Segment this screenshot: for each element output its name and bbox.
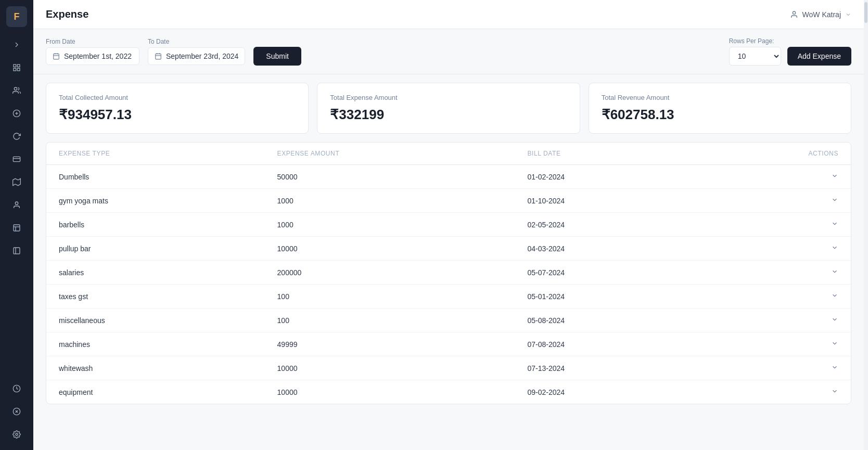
rows-per-page-label: Rows Per Page: (729, 37, 781, 45)
app-logo[interactable]: F (6, 6, 27, 27)
user-menu[interactable]: WoW Katraj (790, 10, 851, 19)
cell-date: 07-13-2024 (515, 356, 693, 380)
table-row: miscellaneous 100 05-08-2024 (46, 308, 851, 332)
svg-rect-15 (14, 248, 20, 254)
cell-date: 05-07-2024 (515, 261, 693, 285)
cell-amount: 100 (265, 308, 515, 332)
table-row: equipment 10000 09-02-2024 (46, 380, 851, 404)
cell-actions (693, 332, 851, 356)
row-expand-button[interactable] (831, 220, 838, 229)
cell-date: 04-03-2024 (515, 237, 693, 261)
chevron-down-icon (831, 268, 838, 275)
cell-date: 01-02-2024 (515, 165, 693, 189)
filter-bar: From Date September 1st, 2022 To Date Se… (33, 29, 864, 74)
cell-type: machines (46, 332, 265, 356)
from-date-input[interactable]: September 1st, 2022 (46, 47, 139, 65)
sidebar-item-finance[interactable] (7, 104, 26, 123)
table-row: machines 49999 07-08-2024 (46, 332, 851, 356)
col-header-type: Expense Type (46, 143, 265, 165)
sidebar-item-settings[interactable] (7, 425, 26, 444)
to-date-label: To Date (148, 38, 245, 45)
page-scrollbar[interactable] (864, 0, 868, 450)
cell-amount: 10000 (265, 356, 515, 380)
svg-rect-3 (14, 68, 16, 71)
cell-type: taxes gst (46, 285, 265, 308)
to-date-input[interactable]: September 23rd, 2024 (148, 47, 245, 65)
table-row: whitewash 10000 07-13-2024 (46, 356, 851, 380)
rows-per-page-select[interactable]: 10 25 50 (729, 47, 781, 66)
cell-date: 05-08-2024 (515, 308, 693, 332)
cell-type: salaries (46, 261, 265, 285)
cell-amount: 50000 (265, 165, 515, 189)
row-expand-button[interactable] (831, 316, 838, 325)
card-collected: Total Collected Amount ₹934957.13 (46, 83, 309, 134)
svg-rect-8 (13, 157, 20, 161)
row-expand-button[interactable] (831, 244, 838, 253)
cell-amount: 10000 (265, 380, 515, 404)
sidebar-item-members[interactable] (7, 81, 26, 100)
cell-date: 07-08-2024 (515, 332, 693, 356)
cell-type: equipment (46, 380, 265, 404)
sidebar-item-cards[interactable] (7, 150, 26, 169)
expense-label: Total Expense Amount (330, 94, 567, 101)
cell-amount: 200000 (265, 261, 515, 285)
collected-value: ₹934957.13 (59, 107, 296, 123)
sidebar-item-refresh[interactable] (7, 127, 26, 146)
cell-actions (693, 308, 851, 332)
submit-button[interactable]: Submit (253, 47, 301, 66)
sidebar-item-packages[interactable] (7, 173, 26, 191)
table-row: barbells 1000 02-05-2024 (46, 213, 851, 237)
table-area: Expense Type Expense Amount Bill Date Ac… (33, 142, 864, 450)
chevron-down-icon (831, 316, 838, 323)
svg-rect-1 (17, 65, 20, 67)
svg-rect-12 (14, 225, 20, 231)
chevron-down-icon (831, 292, 838, 299)
rows-per-page-group: Rows Per Page: 10 25 50 (729, 37, 781, 66)
chevron-down-icon (831, 220, 838, 227)
add-expense-button[interactable]: Add Expense (787, 47, 851, 66)
sidebar-item-notes[interactable] (7, 218, 26, 237)
collected-label: Total Collected Amount (59, 94, 296, 101)
sidebar-item-staff[interactable] (7, 196, 26, 214)
chevron-down-icon (831, 364, 838, 371)
chevron-down-icon (831, 388, 838, 395)
from-date-group: From Date September 1st, 2022 (46, 38, 139, 65)
row-expand-button[interactable] (831, 268, 838, 277)
person-icon (790, 10, 798, 19)
sidebar-item-alert[interactable] (7, 402, 26, 421)
col-header-amount: Expense Amount (265, 143, 515, 165)
sidebar-item-expand[interactable] (7, 35, 26, 54)
cell-type: miscellaneous (46, 308, 265, 332)
sidebar-item-board[interactable] (7, 241, 26, 260)
col-header-actions: Actions (693, 143, 851, 165)
row-expand-button[interactable] (831, 388, 838, 396)
cell-actions (693, 165, 851, 189)
cell-amount: 1000 (265, 213, 515, 237)
row-expand-button[interactable] (831, 172, 838, 181)
table-row: taxes gst 100 05-01-2024 (46, 285, 851, 308)
row-expand-button[interactable] (831, 340, 838, 349)
cell-date: 01-10-2024 (515, 189, 693, 213)
from-date-value: September 1st, 2022 (64, 52, 132, 60)
cell-actions (693, 213, 851, 237)
cell-type: barbells (46, 213, 265, 237)
row-expand-button[interactable] (831, 196, 838, 205)
to-date-value: September 23rd, 2024 (166, 52, 238, 60)
expense-table-container: Expense Type Expense Amount Bill Date Ac… (46, 142, 851, 404)
svg-rect-23 (54, 54, 59, 59)
filter-right: Rows Per Page: 10 25 50 Add Expense (729, 37, 851, 66)
sidebar-item-history[interactable] (7, 379, 26, 398)
row-expand-button[interactable] (831, 292, 838, 301)
topbar: Expense WoW Katraj (33, 0, 864, 29)
chevron-down-icon (831, 172, 838, 179)
sidebar-item-dashboard[interactable] (7, 58, 26, 77)
sidebar: F (0, 0, 33, 450)
svg-rect-2 (17, 68, 20, 71)
row-expand-button[interactable] (831, 364, 838, 372)
cell-type: pullup bar (46, 237, 265, 261)
chevron-down-icon (831, 244, 838, 251)
chevron-down-icon (845, 11, 851, 18)
cell-type: whitewash (46, 356, 265, 380)
svg-point-11 (15, 202, 18, 204)
cell-actions (693, 356, 851, 380)
